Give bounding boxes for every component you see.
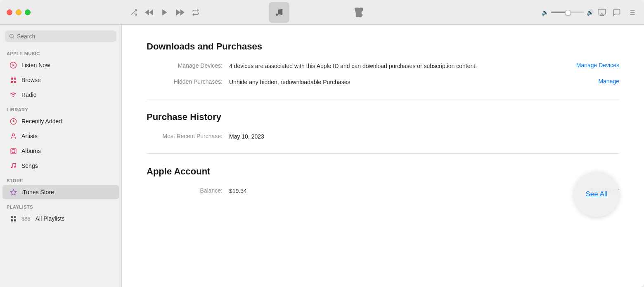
sidebar-item-browse[interactable]: Browse xyxy=(2,73,119,87)
sidebar-item-listen-now[interactable]: Listen Now xyxy=(2,58,119,72)
svg-marker-0 xyxy=(149,9,153,15)
star-icon xyxy=(9,188,17,196)
play-button[interactable] xyxy=(161,8,169,17)
manage-hidden-link[interactable]: Manage xyxy=(586,78,619,85)
purchase-history-title: Purchase History xyxy=(147,112,619,122)
close-button[interactable] xyxy=(7,9,12,15)
sidebar-item-artists[interactable]: Artists xyxy=(2,129,119,143)
fastforward-button[interactable] xyxy=(176,9,185,16)
svg-rect-33 xyxy=(14,219,16,221)
sidebar-item-label: Recently Added xyxy=(21,118,62,125)
balance-label: Balance: xyxy=(147,187,229,194)
now-playing-icon[interactable] xyxy=(269,2,289,23)
list-button[interactable] xyxy=(627,8,636,16)
svg-marker-2 xyxy=(162,9,167,15)
svg-point-27 xyxy=(11,167,12,168)
sidebar-item-radio[interactable]: Radio xyxy=(2,88,119,102)
sidebar-item-label: Listen Now xyxy=(21,62,50,68)
balance-value: $19.34 xyxy=(229,187,578,195)
svg-marker-7 xyxy=(600,13,604,15)
purchase-history-section: Purchase History Most Recent Purchase: M… xyxy=(147,112,619,141)
svg-marker-3 xyxy=(176,9,180,15)
clock-icon xyxy=(9,117,17,125)
repeat-button[interactable] xyxy=(192,9,199,16)
most-recent-value: May 10, 2023 xyxy=(229,132,619,141)
svg-rect-32 xyxy=(11,219,13,221)
see-all-label: See All xyxy=(586,190,608,198)
svg-marker-17 xyxy=(13,64,15,66)
rewind-button[interactable] xyxy=(145,9,153,16)
main-layout: Apple Music Listen Now Browse xyxy=(0,25,644,287)
svg-rect-19 xyxy=(14,78,16,80)
sidebar-item-label: Browse xyxy=(21,77,41,83)
grid-icon xyxy=(9,76,17,84)
chat-button[interactable] xyxy=(613,8,621,16)
svg-marker-29 xyxy=(10,189,16,195)
svg-line-15 xyxy=(13,38,14,38)
airplay-button[interactable] xyxy=(598,8,606,16)
volume-control: 🔈 🔊 xyxy=(542,9,594,16)
sidebar-section-playlists: Playlists xyxy=(0,200,121,211)
svg-point-28 xyxy=(14,166,16,168)
most-recent-purchase-row: Most Recent Purchase: May 10, 2023 xyxy=(147,132,619,141)
volume-slider[interactable] xyxy=(551,12,584,13)
sidebar-item-all-playlists[interactable]: 888 All Playlists xyxy=(2,212,119,226)
most-recent-label: Most Recent Purchase: xyxy=(147,132,229,139)
downloads-title: Downloads and Purchases xyxy=(147,41,619,52)
svg-rect-30 xyxy=(11,216,13,218)
sidebar-item-label: Albums xyxy=(21,148,41,154)
see-all-button[interactable]: See All xyxy=(574,172,619,217)
manage-devices-label: Manage Devices: xyxy=(147,62,229,69)
manage-devices-link[interactable]: Manage Devices xyxy=(564,62,619,68)
volume-high-icon: 🔊 xyxy=(587,9,594,16)
divider-2 xyxy=(147,153,619,154)
svg-marker-4 xyxy=(180,9,185,15)
svg-point-14 xyxy=(10,34,14,38)
svg-rect-25 xyxy=(11,148,16,154)
apple-logo xyxy=(298,7,420,17)
manage-devices-row: Manage Devices: 4 devices are associated… xyxy=(147,62,619,71)
sidebar-item-recently-added[interactable]: Recently Added xyxy=(2,114,119,128)
manage-devices-value: 4 devices are associated with this Apple… xyxy=(229,62,564,71)
hidden-purchases-label: Hidden Purchases: xyxy=(147,78,229,85)
maximize-button[interactable] xyxy=(25,9,31,15)
sidebar-item-label: iTunes Store xyxy=(21,189,54,195)
music-note-icon xyxy=(9,162,17,170)
svg-marker-1 xyxy=(145,9,149,15)
playback-controls xyxy=(122,8,260,17)
svg-point-5 xyxy=(275,13,278,16)
divider-1 xyxy=(147,99,619,99)
right-controls xyxy=(594,8,644,16)
svg-rect-20 xyxy=(11,80,13,82)
search-bar[interactable] xyxy=(5,31,116,42)
sidebar-item-songs[interactable]: Songs xyxy=(2,159,119,173)
radio-waves-icon xyxy=(9,91,17,99)
titlebar: 🔈 🔊 xyxy=(0,0,644,25)
hidden-purchases-row: Hidden Purchases: Unhide any hidden, red… xyxy=(147,78,619,87)
search-input[interactable] xyxy=(17,33,112,40)
svg-rect-26 xyxy=(12,149,14,152)
sidebar-item-label: Songs xyxy=(21,162,38,169)
sidebar: Apple Music Listen Now Browse xyxy=(0,25,122,287)
sidebar-item-label: All Playlists xyxy=(36,215,65,222)
sidebar-section-store: Store xyxy=(0,173,121,185)
content-area: Downloads and Purchases Manage Devices: … xyxy=(122,25,644,287)
album-icon xyxy=(9,147,17,155)
minimize-button[interactable] xyxy=(16,9,21,15)
apple-account-title: Apple Account xyxy=(147,166,619,177)
sidebar-item-label: Radio xyxy=(21,92,37,98)
svg-rect-18 xyxy=(11,78,13,80)
person-music-icon xyxy=(9,132,17,140)
svg-point-22 xyxy=(13,96,14,97)
grid-small-icon xyxy=(9,214,17,223)
volume-low-icon: 🔈 xyxy=(542,9,549,16)
sidebar-item-itunes-store[interactable]: iTunes Store xyxy=(2,185,119,199)
search-icon xyxy=(9,33,14,39)
balance-row: Balance: $19.34 Add Money xyxy=(147,187,619,195)
svg-point-24 xyxy=(12,134,14,136)
svg-rect-31 xyxy=(14,216,16,218)
sidebar-item-albums[interactable]: Albums xyxy=(2,144,119,158)
all-playlists-badge: 888 xyxy=(21,216,31,222)
shuffle-button[interactable] xyxy=(130,9,137,16)
sidebar-section-library: Library xyxy=(0,102,121,114)
